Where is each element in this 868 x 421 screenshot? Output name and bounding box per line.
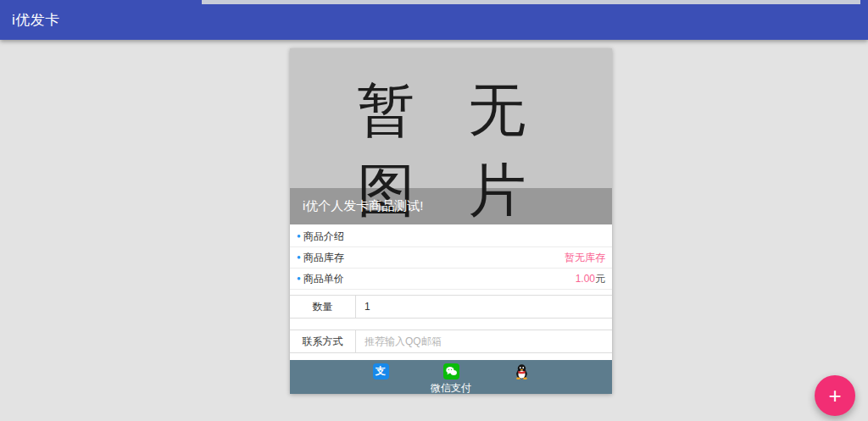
qq-pay-button[interactable] — [487, 360, 557, 394]
info-row-stock: ● 商品库存 暂无库存 — [290, 247, 612, 269]
info-row-price: ● 商品单价 1.00 元 — [290, 269, 612, 290]
app-header: i优发卡 — [0, 0, 868, 40]
bullet-icon: ● — [297, 254, 301, 261]
info-label: 商品单价 — [303, 272, 344, 286]
price-value: 1.00 — [576, 273, 595, 285]
info-row-intro: ● 商品介绍 — [290, 226, 612, 247]
placeholder-line-1: 暂 无 — [290, 69, 612, 150]
product-info-list: ● 商品介绍 ● 商品库存 暂无库存 ● 商品单价 1.00 元 — [290, 224, 612, 290]
product-title: i优个人发卡商品测试! — [290, 188, 612, 224]
spacer — [290, 353, 612, 360]
info-label: 商品介绍 — [303, 230, 344, 244]
contact-label: 联系方式 — [290, 330, 356, 352]
contact-row: 联系方式 — [290, 330, 612, 353]
quantity-row: 数量 — [290, 295, 612, 319]
stock-status: 暂无库存 — [565, 251, 605, 265]
site-brand-title[interactable]: i优发卡 — [12, 10, 60, 30]
payment-bar: 支 微信支付 — [290, 360, 612, 394]
bullet-icon: ● — [297, 233, 301, 240]
product-image: 暂 无 图 片 i优个人发卡商品测试! — [290, 48, 612, 224]
wechat-pay-label: 微信支付 — [431, 381, 471, 393]
wechat-icon — [443, 363, 459, 379]
alipay-pay-button[interactable]: 支 — [346, 360, 416, 394]
info-label: 商品库存 — [303, 251, 344, 265]
alipay-icon: 支 — [373, 363, 389, 379]
price-unit: 元 — [595, 272, 605, 286]
wechat-pay-button[interactable]: 微信支付 — [416, 360, 487, 394]
add-button[interactable]: + — [815, 375, 855, 416]
quantity-label: 数量 — [290, 296, 356, 318]
quantity-input[interactable] — [356, 296, 612, 318]
product-card: 暂 无 图 片 i优个人发卡商品测试! ● 商品介绍 ● 商品库存 暂无库存 ●… — [290, 48, 612, 394]
top-scrollbar-strip[interactable] — [202, 0, 860, 4]
qq-icon — [514, 363, 530, 379]
bullet-icon: ● — [297, 275, 301, 282]
contact-input[interactable] — [356, 330, 612, 352]
